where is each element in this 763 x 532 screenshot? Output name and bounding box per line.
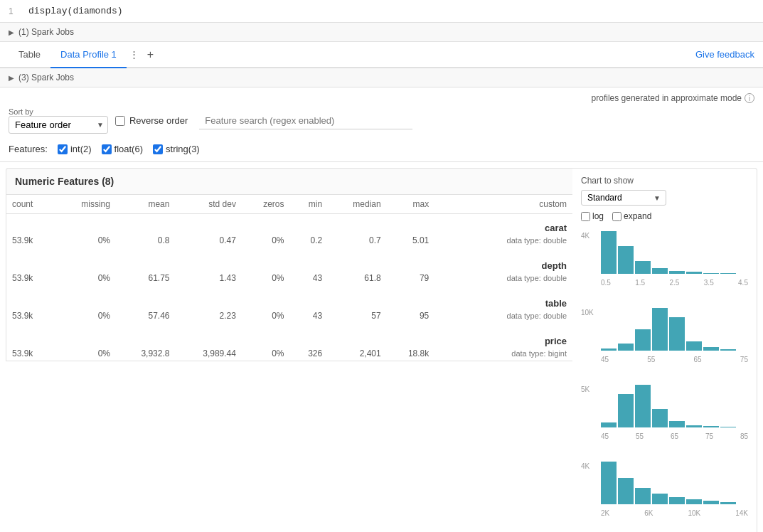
cell-median: 61.8 — [328, 271, 386, 285]
chart-x-axis-carat: 0.51.52.53.54.5 — [581, 279, 748, 287]
tabs-bar: Table Data Profile 1 ⋮ + Give feedback — [0, 42, 763, 68]
line-number: 1 — [9, 6, 20, 16]
sort-select-wrapper: Feature order Missing % Name ▼ — [9, 116, 104, 134]
charts-container: 4K 0.51.52.53.54.5 10K 45556575 5K 45 — [581, 230, 748, 517]
feature-int-checkbox[interactable] — [58, 144, 68, 154]
numeric-features-section: Numeric Features (8) count missing mean … — [6, 168, 572, 532]
chart-options-row: log expand — [581, 211, 748, 221]
svg-text:5K: 5K — [581, 385, 590, 393]
feature-string-checkbox[interactable] — [153, 144, 163, 154]
tab-more-options[interactable]: ⋮ — [127, 43, 142, 65]
cell-missing: 0% — [56, 233, 116, 248]
cell-missing: 0% — [56, 346, 116, 361]
table-data-row: 53.9k 0% 61.75 1.43 0% 43 61.8 79 data t… — [6, 271, 573, 285]
cell-min: 326 — [290, 346, 329, 361]
expand-checkbox-label[interactable]: expand — [612, 211, 651, 221]
feature-string-check[interactable]: string(3) — [153, 144, 200, 154]
chart-x-axis-table: 4555657585 — [581, 432, 748, 440]
chart-type-select[interactable]: Standard Histogram Box plot — [581, 190, 666, 206]
svg-rect-28 — [601, 462, 617, 504]
feature-int-check[interactable]: int(2) — [58, 144, 92, 154]
table-data-row: 53.9k 0% 57.46 2.23 0% 43 57 95 data typ… — [6, 309, 573, 323]
cell-count: 53.9k — [6, 309, 56, 323]
svg-rect-32 — [669, 497, 685, 504]
code-content: display(diamonds) — [28, 6, 123, 16]
svg-rect-31 — [652, 494, 668, 504]
spark-jobs-1-arrow: ▶ — [9, 28, 14, 36]
reverse-order-checkbox[interactable] — [115, 116, 125, 126]
col-header-missing: missing — [56, 195, 116, 214]
cell-custom: data type: double — [434, 271, 572, 285]
spark-jobs-1[interactable]: ▶ (1) Spark Jobs — [0, 23, 763, 42]
expand-checkbox[interactable] — [612, 212, 621, 221]
cell-custom: data type: double — [434, 309, 572, 323]
table-data-row: 53.9k 0% 3,932.8 3,989.44 0% 326 2,401 1… — [6, 346, 573, 361]
col-header-min: min — [290, 195, 329, 214]
features-row: Features: int(2) float(6) string(3) — [0, 139, 763, 162]
cell-missing: 0% — [56, 309, 116, 323]
col-header-count: count — [6, 195, 56, 214]
table-row: table — [6, 289, 573, 309]
reverse-order-checkbox-label[interactable]: Reverse order — [115, 115, 188, 126]
svg-rect-13 — [652, 308, 668, 351]
cell-count: 53.9k — [6, 346, 56, 361]
spark-jobs-2[interactable]: ▶ (3) Spark Jobs — [0, 68, 763, 87]
cell-count: 53.9k — [6, 271, 56, 285]
table-data-row: 53.9k 0% 0.8 0.47 0% 0.2 0.7 5.01 data t… — [6, 233, 573, 248]
feature-float-checkbox[interactable] — [102, 144, 112, 154]
chart-select-row: Standard Histogram Box plot ▼ — [581, 190, 748, 206]
spark-jobs-2-label: (3) Spark Jobs — [18, 73, 74, 83]
table-row: price — [6, 327, 573, 346]
sort-select[interactable]: Feature order Missing % Name — [9, 116, 108, 134]
tab-data-profile[interactable]: Data Profile 1 — [50, 42, 127, 68]
log-checkbox-label[interactable]: log — [581, 211, 604, 221]
cell-custom: data type: bigint — [434, 346, 572, 361]
log-checkbox[interactable] — [581, 212, 590, 221]
svg-rect-4 — [652, 268, 668, 274]
tab-add-button[interactable]: + — [142, 43, 159, 67]
feature-name-cell: price — [6, 327, 573, 346]
tab-table[interactable]: Table — [9, 42, 50, 68]
col-header-mean: mean — [116, 195, 176, 214]
cell-custom: data type: double — [434, 233, 572, 248]
svg-rect-10 — [601, 349, 617, 351]
svg-text:4K: 4K — [581, 462, 590, 470]
cell-count: 53.9k — [6, 233, 56, 248]
svg-rect-22 — [652, 409, 668, 427]
svg-text:10K: 10K — [581, 309, 594, 316]
feature-float-label: float(6) — [114, 144, 143, 154]
cell-median: 2,401 — [328, 346, 386, 361]
cell-min: 43 — [290, 309, 329, 323]
feature-float-check[interactable]: float(6) — [102, 144, 143, 154]
svg-rect-2 — [618, 246, 634, 274]
cell-stddev: 3,989.44 — [175, 346, 241, 361]
cell-zeros: 0% — [242, 233, 290, 248]
cell-zeros: 0% — [242, 309, 290, 323]
cell-stddev: 1.43 — [175, 271, 241, 285]
svg-rect-16 — [703, 347, 719, 351]
profile-info-icon[interactable]: i — [745, 93, 754, 103]
svg-rect-34 — [703, 501, 719, 504]
svg-rect-19 — [601, 422, 617, 427]
profile-header: profiles generated in approximate mode i — [0, 87, 763, 103]
cell-min: 0.2 — [290, 233, 329, 248]
col-header-median: median — [328, 195, 386, 214]
cell-median: 57 — [328, 309, 386, 323]
svg-rect-29 — [618, 478, 634, 504]
profile-mode-text: profiles generated in approximate mode — [592, 93, 742, 103]
chart-carat: 4K 0.51.52.53.54.5 — [581, 230, 748, 287]
col-header-stddev: std dev — [175, 195, 241, 214]
sort-by-label: Sort by — [9, 107, 101, 116]
give-feedback-button[interactable]: Give feedback — [695, 49, 754, 60]
cell-mean: 3,932.8 — [116, 346, 176, 361]
svg-rect-5 — [669, 271, 685, 274]
svg-rect-30 — [635, 488, 651, 504]
feature-search-input[interactable] — [199, 112, 412, 129]
sort-by-group: Sort by Feature order Missing % Name ▼ — [9, 107, 104, 134]
chart-svg-table: 5K — [581, 383, 739, 429]
svg-rect-15 — [686, 341, 702, 351]
chart-svg-price: 4K — [581, 460, 739, 506]
cell-max: 95 — [387, 309, 435, 323]
svg-rect-8 — [720, 273, 736, 274]
chart-svg-carat: 4K — [581, 230, 739, 275]
